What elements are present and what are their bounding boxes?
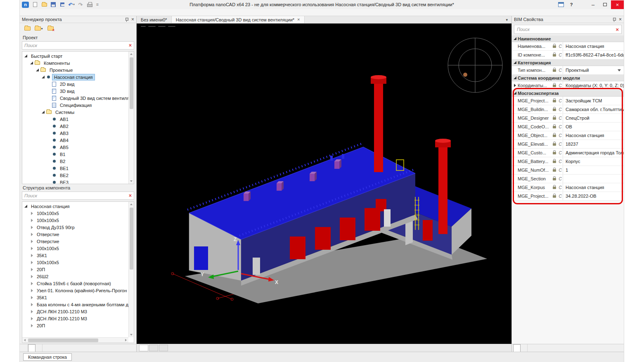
project-tree-item[interactable]: Насосная станция (22, 73, 128, 80)
structure-tree-item[interactable]: 20П (22, 322, 128, 329)
copy-icon[interactable]: С (558, 151, 563, 155)
project-tree-item[interactable]: В2 (22, 158, 128, 165)
property-value[interactable]: Корпус (563, 157, 624, 166)
property-value[interactable]: Администрация города Тольятти (563, 149, 624, 157)
structure-search-input[interactable]: Поиск × (22, 192, 134, 200)
property-row[interactable]: MGE_Designer С СпецСтрой (512, 114, 624, 123)
viewport-control-button[interactable] (141, 26, 146, 27)
tree-expand-icon[interactable] (47, 82, 52, 86)
lock-icon[interactable] (553, 178, 556, 180)
structure-tree-item[interactable]: ДСН ЛКН 2100-1210 М3 (22, 308, 128, 315)
scroll-down-icon[interactable] (130, 180, 133, 182)
left-panel-tab[interactable] (21, 344, 28, 352)
save-all-button[interactable] (58, 1, 66, 8)
project-tree-item[interactable]: АВ1 (22, 116, 128, 123)
command-line-tab[interactable]: Командная строка (23, 353, 72, 361)
tree-expand-icon[interactable] (47, 152, 52, 156)
tree-expand-icon[interactable] (47, 145, 52, 149)
tree-expand-icon[interactable] (47, 180, 52, 184)
copy-icon[interactable]: С (558, 194, 563, 199)
lock-icon[interactable] (553, 54, 556, 57)
ribbon-toggle-icon[interactable]: = (96, 2, 98, 7)
lock-icon[interactable] (553, 161, 556, 163)
pin-icon[interactable] (612, 17, 616, 22)
structure-tree-item[interactable]: Узел 01. Колонна (крайняя)-Ригель-Прогон (22, 287, 128, 294)
tree-expand-icon[interactable] (30, 323, 34, 328)
structure-tree-hscrollbar[interactable] (22, 337, 128, 343)
scroll-up-icon[interactable] (130, 203, 133, 205)
property-value[interactable]: ОВ (563, 123, 624, 131)
copy-icon[interactable]: С (558, 177, 563, 181)
layout-tab[interactable] (139, 345, 148, 351)
project-tree-item[interactable]: ВЕ2 (22, 172, 128, 179)
structure-search-clear-icon[interactable]: × (129, 193, 132, 198)
tree-expand-icon[interactable] (47, 159, 52, 163)
lock-icon[interactable] (553, 117, 556, 120)
layout-tab[interactable] (159, 345, 168, 351)
tree-expand-icon[interactable] (47, 131, 52, 135)
tree-expand-icon[interactable] (30, 218, 34, 222)
app-logo-icon[interactable]: n (22, 2, 29, 8)
project-search-input[interactable]: Поиск × (22, 41, 134, 50)
property-row[interactable]: Наименова... С Насосная станция (512, 42, 624, 51)
model-viewport[interactable]: Z Y X (137, 24, 511, 344)
property-value[interactable]: Насосная станция (563, 183, 624, 192)
property-row[interactable]: MGE_Custo... С Администрация города Толь… (512, 149, 624, 157)
project-tree-item[interactable]: АВ4 (22, 137, 128, 144)
property-value[interactable]: Насосная станция (563, 131, 624, 140)
property-row[interactable]: MGE_Battery... С Корпус (512, 157, 624, 166)
scrollbar-thumb[interactable] (28, 338, 98, 342)
structure-tree-item[interactable]: Отверстие (22, 238, 128, 245)
close-button[interactable]: × (611, 0, 624, 9)
property-value[interactable]: Самарская обл. г.Тольятти Автоз... (563, 105, 624, 114)
lock-icon[interactable] (553, 109, 556, 111)
structure-tree-item[interactable]: Отверстие (22, 231, 128, 238)
structure-tree-item[interactable]: 35К1 (22, 294, 128, 301)
scrollbar-thumb[interactable] (130, 57, 133, 109)
calendar-icon[interactable] (558, 2, 564, 7)
property-row[interactable]: MGE_Project... С Застройщик ТСМ (512, 97, 624, 105)
tree-expand-icon[interactable] (47, 173, 52, 177)
property-row[interactable]: MGE_Korpus С Насосная станция (512, 183, 624, 192)
project-tree-item[interactable]: АВ5 (22, 144, 128, 151)
property-row[interactable]: MGE_Section С (512, 175, 624, 183)
help-button[interactable]: ? (567, 2, 575, 7)
left-panel-tab[interactable] (36, 344, 43, 352)
property-value[interactable]: ff1c93f6-8622-47a4-8ce1-6dac898 (563, 51, 624, 59)
property-value[interactable]: Насосная станция (563, 42, 624, 50)
lock-icon[interactable] (553, 187, 556, 189)
tree-expand-icon[interactable] (24, 204, 28, 208)
property-value[interactable]: СпецСтрой (563, 114, 624, 122)
undo-dropdown-icon[interactable]: ▾ (73, 3, 75, 6)
navigation-compass-icon[interactable] (448, 38, 502, 92)
copy-icon[interactable]: С (558, 44, 563, 49)
expand-icon[interactable] (512, 61, 518, 64)
project-tree-item[interactable]: 2D вид (22, 80, 128, 88)
structure-tree-item[interactable]: 100x100x5 (22, 259, 128, 266)
layout-tab[interactable] (149, 345, 158, 351)
structure-tree-item[interactable]: 35К1 (22, 252, 128, 259)
lock-icon[interactable] (553, 143, 556, 146)
project-tree-item[interactable]: 3D вид (22, 88, 128, 95)
copy-icon[interactable]: С (558, 83, 563, 88)
scroll-right-icon[interactable] (125, 339, 127, 341)
save-button[interactable] (49, 1, 57, 8)
tree-expand-icon[interactable] (30, 267, 34, 272)
tree-expand-icon[interactable] (47, 166, 52, 170)
structure-tree-item[interactable]: 100x100x5 (22, 217, 128, 224)
viewport-control-button[interactable] (158, 26, 166, 27)
property-row[interactable]: MGE_Elevati... С 18237 (512, 140, 624, 149)
property-value[interactable] (563, 175, 624, 183)
tree-expand-icon[interactable] (30, 302, 34, 307)
lock-icon[interactable] (553, 169, 556, 172)
tree-expand-icon[interactable] (47, 89, 52, 93)
tree-expand-icon[interactable] (30, 239, 34, 244)
new-project-button[interactable] (22, 24, 32, 33)
lock-icon[interactable] (553, 195, 556, 198)
scroll-up-icon[interactable] (130, 53, 133, 55)
tree-expand-icon[interactable] (30, 61, 34, 65)
property-row[interactable]: Наименование С (512, 35, 624, 42)
lock-icon[interactable] (553, 126, 556, 128)
structure-tree-item[interactable]: Отвод Ду315 90гр (22, 224, 128, 231)
copy-icon[interactable]: С (558, 133, 563, 138)
